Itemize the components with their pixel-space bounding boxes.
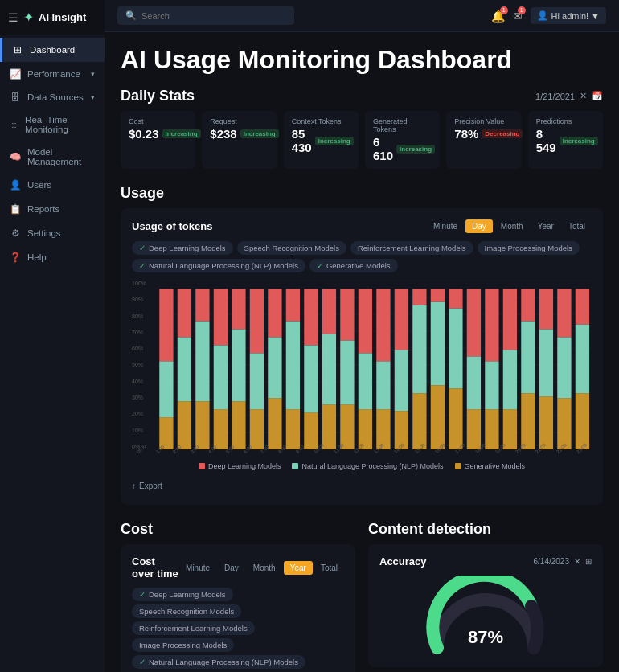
reports-icon: 📋 [10,203,21,215]
bell-icon[interactable]: 🔔 1 [491,10,505,23]
close-icon-2[interactable]: ✕ [574,557,580,566]
stat-badge: Increasing [162,129,201,138]
legend-dot [292,463,298,469]
stat-value: $0.23 Increasing [129,127,187,141]
cost-filter-tags[interactable]: ✓Deep Learning ModelsSpeech Recognition … [132,588,344,672]
sidebar-item-users[interactable]: 👤 Users [0,173,105,197]
stat-card: Predictions 8 549 Increasing [528,111,603,169]
svg-rect-14 [178,401,191,449]
check-icon-cost: ✓ [139,590,146,599]
expand-icon[interactable]: ⊞ [585,557,592,566]
svg-rect-27 [250,353,264,409]
usage-filter-tags[interactable]: ✓Deep Learning ModelsSpeech Recognition … [132,241,592,272]
svg-rect-46 [359,289,372,354]
svg-rect-16 [178,289,191,338]
hamburger-icon[interactable]: ☰ [8,11,18,24]
sidebar-item-performance[interactable]: 📈 Performance ▾ [0,62,105,86]
svg-rect-76 [539,289,553,330]
cost-card-title: Cost over time [132,555,179,580]
svg-rect-51 [395,350,408,411]
chevron-icon-2: ▾ [91,93,95,101]
cost-filter-tag[interactable]: ✓Natural Language Processing (NLP) Model… [132,655,305,669]
sidebar-item-data-sources[interactable]: 🗄 Data Sources ▾ [0,86,105,109]
svg-rect-28 [250,289,264,354]
stat-label: Request [210,117,269,125]
svg-rect-68 [503,409,517,449]
check-icon: ✓ [139,261,146,270]
gauge-value: 87% [468,627,503,648]
svg-rect-82 [576,289,589,325]
accuracy-gauge: 87% [379,576,592,656]
legend-item: Generative Models [455,462,526,470]
sidebar-item-real-time[interactable]: :: Real-Time Monitoring [0,109,105,141]
usage-chart-svg [158,281,592,449]
sidebar-item-help[interactable]: ❓ Help [0,245,105,269]
usage-filter-tag[interactable]: Reinforcement Learning Models [350,241,473,255]
cost-filter-tag[interactable]: ✓Deep Learning Models [132,588,233,601]
content-detection-title: Content detection [368,521,603,538]
cost-filter-tag[interactable]: Image Processing Models [132,638,234,652]
y-axis-labels: 100% 90% 80% 70% 60% 50% 40% 30% 20% 10%… [132,281,150,449]
mail-icon[interactable]: ✉ 1 [513,10,523,23]
svg-rect-79 [557,289,571,338]
accuracy-title: Accuracy [379,555,427,568]
page-title: AI Usage Monitoring Dashboard [121,45,603,75]
usage-chart-container: 100% 90% 80% 70% 60% 50% 40% 30% 20% 10%… [132,281,592,449]
svg-rect-33 [286,321,300,409]
svg-rect-72 [521,321,535,393]
cost-time-tab[interactable]: Minute [179,561,216,575]
stats-date: 1/21/2021 [535,92,575,101]
cost-title: Cost [121,521,355,538]
sidebar-item-dashboard[interactable]: ⊞ Dashboard [0,38,105,62]
sidebar-label-reports: Reports [27,204,59,214]
usage-time-tab[interactable]: Day [465,219,493,233]
user-menu[interactable]: 👤 Hi admin! ▼ [531,7,606,24]
legend-dot [199,463,205,469]
sidebar-label-settings: Settings [27,228,61,238]
usage-time-tab[interactable]: Month [494,219,530,233]
check-icon-cost: ✓ [139,658,146,666]
user-label: Hi admin! ▼ [551,11,600,21]
svg-rect-36 [304,345,318,412]
stat-card: Generated Tokens 6 610 Increasing [365,111,440,169]
topbar-right: 🔔 1 ✉ 1 👤 Hi admin! ▼ [491,7,606,24]
search-box[interactable]: 🔍 [117,6,294,25]
calendar-icon[interactable]: 📅 [592,91,603,101]
cost-time-tab[interactable]: Total [314,561,344,575]
sidebar-item-reports[interactable]: 📋 Reports [0,197,105,221]
dashboard-icon: ⊞ [12,44,23,55]
cost-time-tab[interactable]: Month [247,561,282,575]
cost-filter-tag[interactable]: Reinforcement Learning Models [132,621,255,635]
usage-time-tab[interactable]: Minute [427,219,464,233]
export-button[interactable]: ↑ Export [132,478,162,494]
performance-icon: 📈 [10,68,21,80]
topbar: 🔍 🔔 1 ✉ 1 👤 Hi admin! ▼ [105,0,619,32]
usage-filter-tag[interactable]: Speech Recognition Models [237,241,346,255]
help-icon: ❓ [10,252,21,263]
svg-rect-75 [539,329,553,396]
check-icon: ✓ [139,244,146,252]
sidebar: ☰ ✦ AI Insight ⊞ Dashboard 📈 Performance… [0,0,105,672]
cost-section: Cost Cost over time MinuteDayMonthYearTo… [121,521,355,672]
close-icon[interactable]: ✕ [580,91,587,101]
stat-value: 6 610 Increasing [373,135,432,162]
cost-time-tab[interactable]: Year [284,561,313,575]
stat-label: Precision Value [454,117,513,125]
usage-filter-tag[interactable]: ✓Natural Language Processing (NLP) Model… [132,259,305,272]
search-input[interactable] [141,11,286,21]
mail-badge: 1 [518,6,526,14]
sidebar-item-model-mgmt[interactable]: 🧠 Model Management [0,141,105,173]
usage-filter-tag[interactable]: ✓Deep Learning Models [132,241,233,255]
cost-filter-tag[interactable]: Speech Recognition Models [132,604,241,618]
usage-time-tab[interactable]: Total [562,219,592,233]
sidebar-item-settings[interactable]: ⚙ Settings [0,221,105,245]
usage-time-tab[interactable]: Year [531,219,560,233]
stat-cards: Cost $0.23 Increasing Request $238 Incre… [121,111,603,169]
usage-filter-tag[interactable]: Image Processing Models [478,241,580,255]
stat-card: Request $238 Increasing [202,111,277,169]
sidebar-label-dashboard: Dashboard [30,45,75,55]
cost-time-tab[interactable]: Day [218,561,245,575]
stat-card: Precision Value 78% Decreasing [446,111,521,169]
sidebar-label-model-mgmt: Model Management [27,147,95,166]
usage-filter-tag[interactable]: ✓Generative Models [310,259,398,272]
